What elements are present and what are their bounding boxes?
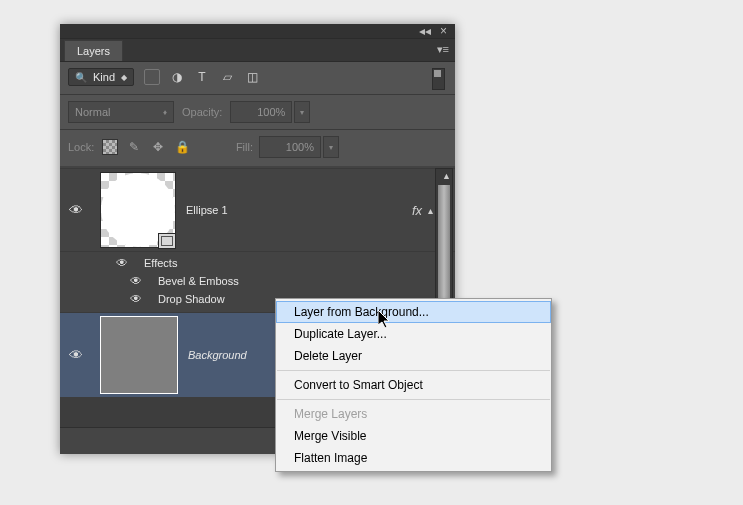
menu-layer-from-background[interactable]: Layer from Background...	[276, 301, 551, 323]
filter-shape-icon[interactable]: ▱	[219, 69, 235, 85]
menu-delete-layer[interactable]: Delete Layer	[276, 345, 551, 367]
chevron-updown-icon: ♦	[163, 108, 167, 117]
blend-mode-value: Normal	[75, 106, 110, 118]
tab-layers[interactable]: Layers	[64, 40, 123, 61]
lock-row: Lock: ✎ ✥ 🔒 Fill: 100% ▾	[60, 130, 455, 166]
menu-convert-smart-object[interactable]: Convert to Smart Object	[276, 374, 551, 396]
menu-flatten-image[interactable]: Flatten Image	[276, 447, 551, 469]
opacity-popup-icon[interactable]: ▾	[294, 101, 310, 123]
fill-popup-icon[interactable]: ▾	[323, 136, 339, 158]
chevron-down-icon: ◆	[121, 73, 127, 82]
filter-type-icon[interactable]: T	[194, 69, 210, 85]
fx-expand-icon[interactable]: ▴	[428, 205, 433, 216]
fx-icon: fx	[412, 203, 422, 218]
scroll-up-icon[interactable]: ▲	[442, 171, 451, 181]
layer-thumbnail[interactable]	[100, 316, 178, 394]
filter-toggle[interactable]	[432, 68, 445, 90]
visibility-icon[interactable]: 👁	[68, 347, 84, 363]
layer-thumbnail[interactable]	[100, 172, 176, 248]
lock-all-icon[interactable]: 🔒	[174, 139, 190, 155]
fill-value-input[interactable]: 100%	[259, 136, 321, 158]
fill-label: Fill:	[236, 141, 253, 153]
filter-type-label: Kind	[93, 71, 115, 83]
filter-adjustment-icon[interactable]: ◑	[169, 69, 185, 85]
visibility-icon[interactable]: 👁	[114, 256, 130, 270]
blend-mode-combo[interactable]: Normal ♦	[68, 101, 174, 123]
visibility-icon[interactable]: 👁	[128, 274, 144, 288]
effect-name: Bevel & Emboss	[158, 275, 239, 287]
layer-name[interactable]: Background	[188, 349, 247, 361]
effect-bevel-row[interactable]: 👁 Bevel & Emboss	[68, 272, 433, 290]
fx-indicator[interactable]: fx ▴	[412, 203, 433, 218]
layer-name[interactable]: Ellipse 1	[186, 204, 228, 216]
panel-flyout-icon[interactable]: ▾≡	[437, 43, 449, 56]
menu-duplicate-layer[interactable]: Duplicate Layer...	[276, 323, 551, 345]
shape-badge-icon	[158, 233, 176, 249]
lock-label: Lock:	[68, 141, 94, 153]
filter-pixel-icon[interactable]	[144, 69, 160, 85]
opacity-value-input[interactable]: 100%	[230, 101, 292, 123]
lock-transparent-icon[interactable]	[102, 139, 118, 155]
opacity-label: Opacity:	[182, 106, 222, 118]
panel-tabs: Layers ▾≡	[60, 39, 455, 62]
menu-separator	[277, 399, 550, 400]
filter-type-combo[interactable]: 🔍 Kind ◆	[68, 68, 134, 86]
visibility-icon[interactable]: 👁	[68, 202, 84, 218]
layer-row-ellipse[interactable]: 👁 Ellipse 1 fx ▴	[60, 168, 455, 251]
blend-row: Normal ♦ Opacity: 100% ▾	[60, 95, 455, 129]
collapse-icon[interactable]: ◂◂	[419, 25, 431, 37]
effects-label: Effects	[144, 257, 177, 269]
filter-row: 🔍 Kind ◆ ◑ T ▱ ◫	[60, 62, 455, 94]
visibility-icon[interactable]: 👁	[128, 292, 144, 306]
menu-merge-visible[interactable]: Merge Visible	[276, 425, 551, 447]
menu-separator	[277, 370, 550, 371]
search-icon: 🔍	[75, 72, 87, 83]
close-icon[interactable]: ×	[440, 25, 447, 37]
effects-heading-row[interactable]: 👁 Effects	[68, 254, 433, 272]
lock-image-icon[interactable]: ✎	[126, 139, 142, 155]
lock-position-icon[interactable]: ✥	[150, 139, 166, 155]
panel-titlebar: ◂◂ ×	[60, 24, 455, 39]
menu-merge-layers: Merge Layers	[276, 403, 551, 425]
layer-context-menu: Layer from Background... Duplicate Layer…	[275, 298, 552, 472]
effect-name: Drop Shadow	[158, 293, 225, 305]
filter-icons: ◑ T ▱ ◫	[144, 69, 260, 85]
filter-smartobject-icon[interactable]: ◫	[244, 69, 260, 85]
